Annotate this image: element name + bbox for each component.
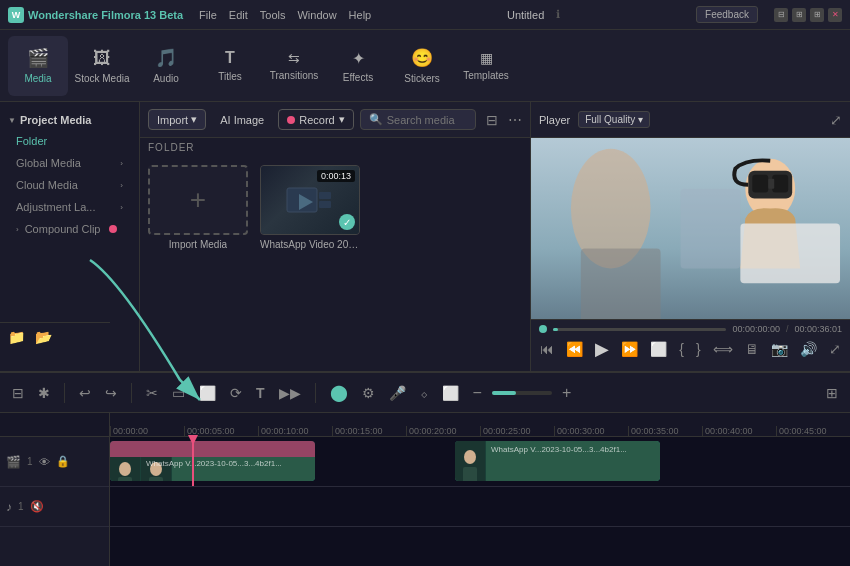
- frame-fwd-button[interactable]: ⏩: [621, 341, 638, 357]
- tl-layout-icon[interactable]: ⊟: [8, 382, 28, 404]
- feedback-button[interactable]: Feedback: [696, 6, 758, 23]
- zoom-bar[interactable]: [492, 391, 552, 395]
- timeline-ruler: 00:00:00 00:00:05:00 00:00:10:00 00:00:1…: [110, 413, 850, 437]
- tl-undo-icon[interactable]: ↩: [75, 382, 95, 404]
- svg-rect-7: [752, 175, 768, 193]
- menu-window[interactable]: Window: [297, 9, 336, 21]
- mark-in-button[interactable]: {: [679, 341, 684, 357]
- video-track-mute-icon[interactable]: 👁: [39, 456, 50, 468]
- toolbar-templates[interactable]: ▦ Templates: [456, 36, 516, 96]
- import-media-item[interactable]: + Import Media: [148, 165, 248, 250]
- minimize-button[interactable]: ⊟: [774, 8, 788, 22]
- tl-clip-icon[interactable]: ⬜: [438, 382, 463, 404]
- frame-back-button[interactable]: ⏪: [566, 341, 583, 357]
- play-button[interactable]: ▶: [595, 338, 609, 360]
- tl-magnet-icon[interactable]: ✱: [34, 382, 54, 404]
- search-input[interactable]: [387, 114, 467, 126]
- tl-redo-icon[interactable]: ↪: [101, 382, 121, 404]
- timeline-toolbar: ⊟ ✱ ↩ ↪ ✂ ▭ ⬜ ⟳ T ▶▶ ⬤ ⚙ 🎤 ⬦ ⬜ − + ⊞: [0, 373, 850, 413]
- sidebar-item-compound-clip[interactable]: › Compound Clip: [0, 218, 139, 240]
- toolbar-media[interactable]: 🎬 Media: [8, 36, 68, 96]
- player-controls: 00:00:00:00 / 00:00:36:01 ⏮ ⏪ ▶ ⏩ ⬜ { } …: [531, 319, 850, 371]
- menu-help[interactable]: Help: [349, 9, 372, 21]
- svg-rect-8: [772, 175, 788, 193]
- video-track-lock2-icon[interactable]: 🔒: [56, 455, 70, 468]
- toolbar-stock-media[interactable]: 🖼 Stock Media: [72, 36, 132, 96]
- tl-record-icon[interactable]: ⬤: [326, 380, 352, 405]
- maximize-button[interactable]: ⊞: [792, 8, 806, 22]
- video-check-badge: ✓: [339, 214, 355, 230]
- add-folder-icon[interactable]: 📂: [35, 329, 52, 345]
- timeline-cursor[interactable]: [192, 437, 194, 486]
- titles-icon: T: [225, 49, 235, 67]
- ai-image-button[interactable]: AI Image: [212, 111, 272, 129]
- video-media-item[interactable]: 0:00:13 ✓ WhatsApp Video 2023-10-05...: [260, 165, 360, 250]
- tl-plus-icon[interactable]: +: [558, 381, 575, 405]
- ruler-mark-0: 00:00:00: [110, 426, 184, 436]
- progress-dot[interactable]: [539, 325, 547, 333]
- skip-back-button[interactable]: ⏮: [540, 341, 554, 357]
- adjustment-arrow-icon: ›: [120, 203, 123, 212]
- video-track-lock-icon[interactable]: 🎬: [6, 455, 21, 469]
- sidebar-item-adjustment[interactable]: Adjustment La... ›: [0, 196, 139, 218]
- tl-crop-icon[interactable]: ⬜: [195, 382, 220, 404]
- tl-grid-icon[interactable]: ⊞: [822, 382, 842, 404]
- sidebar-item-cloud-media[interactable]: Cloud Media ›: [0, 174, 139, 196]
- import-button[interactable]: Import ▾: [148, 109, 206, 130]
- fullscreen-button[interactable]: ⤢: [829, 341, 841, 357]
- grid-view-button[interactable]: ⊞: [810, 8, 824, 22]
- mark-out-button[interactable]: }: [696, 341, 701, 357]
- svg-rect-2: [319, 192, 331, 199]
- player-label: Player: [539, 114, 570, 126]
- sidebar-item-global-media[interactable]: Global Media ›: [0, 152, 139, 174]
- volume-button[interactable]: 🔊: [800, 341, 817, 357]
- tl-cut-icon[interactable]: ✂: [142, 382, 162, 404]
- audio-track-icon[interactable]: ♪: [6, 500, 12, 514]
- tl-forward-icon[interactable]: ▶▶: [275, 382, 305, 404]
- toolbar-transitions[interactable]: ⇆ Transitions: [264, 36, 324, 96]
- menu-tools[interactable]: Tools: [260, 9, 286, 21]
- svg-rect-9: [768, 179, 774, 189]
- menu-edit[interactable]: Edit: [229, 9, 248, 21]
- tl-detach-icon[interactable]: ⬦: [416, 382, 432, 404]
- project-arrow-icon: ▼: [8, 116, 16, 125]
- tl-trim-icon[interactable]: ▭: [168, 382, 189, 404]
- toolbar-effects[interactable]: ✦ Effects: [328, 36, 388, 96]
- snapshot-button[interactable]: 📷: [771, 341, 788, 357]
- more-options-icon[interactable]: ⋯: [508, 112, 522, 128]
- progress-bar[interactable]: [553, 328, 726, 331]
- monitor-button[interactable]: 🖥: [745, 341, 759, 357]
- tl-zoom-control: [492, 391, 552, 395]
- close-button[interactable]: ✕: [828, 8, 842, 22]
- filter-icon[interactable]: ⊟: [486, 112, 498, 128]
- quality-select[interactable]: Full Quality ▾: [578, 111, 650, 128]
- split-button[interactable]: ⟺: [713, 341, 733, 357]
- compound-arrow-icon: ›: [16, 225, 19, 234]
- project-media-header[interactable]: ▼ Project Media: [0, 110, 139, 130]
- player-buttons: ⏮ ⏪ ▶ ⏩ ⬜ { } ⟺ 🖥 📷 🔊 ⤢: [539, 338, 842, 360]
- video-label: WhatsApp Video 2023-10-05...: [260, 239, 360, 250]
- tl-speed-icon[interactable]: ⟳: [226, 382, 246, 404]
- crop-button[interactable]: ⬜: [650, 341, 667, 357]
- import-folder-icon[interactable]: 📁: [8, 329, 25, 345]
- project-media-label: Project Media: [20, 114, 92, 126]
- audio-track-mute-icon[interactable]: 🔇: [30, 500, 44, 513]
- search-box[interactable]: 🔍: [360, 109, 476, 130]
- toolbar-titles[interactable]: T Titles: [200, 36, 260, 96]
- menu-file[interactable]: File: [199, 9, 217, 21]
- toolbar-stickers[interactable]: 😊 Stickers: [392, 36, 452, 96]
- tl-minus-icon[interactable]: −: [469, 381, 486, 405]
- sidebar-bottom-nav: 📁 📂: [0, 322, 110, 351]
- sidebar-item-folder[interactable]: Folder: [0, 130, 139, 152]
- record-button[interactable]: Record ▾: [278, 109, 353, 130]
- clip-2-label: WhatsApp V...2023-10-05...3...4b2f1...: [491, 445, 627, 454]
- clip-2-frame-1: [455, 441, 486, 481]
- tl-text-icon[interactable]: T: [252, 382, 269, 404]
- tl-audio-icon[interactable]: 🎤: [385, 382, 410, 404]
- clip-1-inner: WhatsApp V...2023-10-05...3...4b2f1...: [110, 441, 315, 481]
- player-expand-icon[interactable]: ⤢: [830, 112, 842, 128]
- video-clip-2[interactable]: WhatsApp V...2023-10-05...3...4b2f1...: [455, 441, 660, 481]
- video-clip-1[interactable]: WhatsApp V...2023-10-05...3...4b2f1...: [110, 441, 315, 481]
- tl-settings-icon[interactable]: ⚙: [358, 382, 379, 404]
- toolbar-audio[interactable]: 🎵 Audio: [136, 36, 196, 96]
